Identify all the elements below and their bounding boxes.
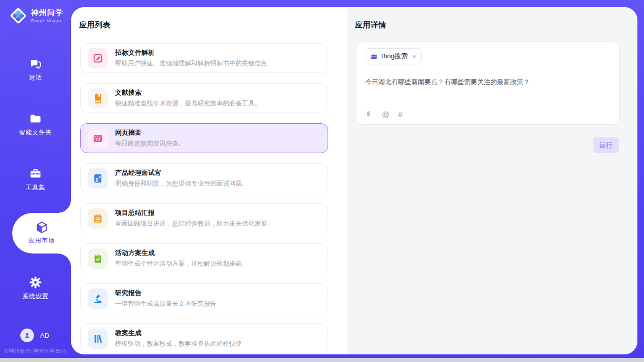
app-list: 招标文件解析 帮助用户快速、准确地理解和解析招标书中的关键信息 文献搜索 快速精…	[80, 43, 328, 353]
bing-search-chip[interactable]: Bing搜索 ×	[365, 48, 422, 64]
query-card: Bing搜索 × 今日湖北有哪些新闻要点？有哪些需要关注的最新政策？ @ #	[356, 41, 620, 125]
sidebar-item-label: 对话	[0, 74, 71, 82]
app-icon-tile	[88, 128, 108, 149]
paperclip-icon[interactable]	[365, 110, 373, 118]
app-icon-tile	[88, 248, 108, 269]
app-icon-tile	[88, 48, 108, 68]
chat-icon	[29, 57, 42, 70]
gear-icon	[29, 276, 42, 289]
app-list-item[interactable]: 文献搜索 快速精准查找学术资源，提高研究效率的必备工具。	[80, 83, 328, 113]
cube-icon	[35, 221, 49, 234]
app-name: 研究报告	[115, 288, 217, 298]
app-name: 活动方案生成	[115, 248, 248, 258]
sidebar-item-label: 应用市场	[12, 236, 71, 245]
document-person-icon	[92, 173, 103, 184]
sidebar: 神州问学 Smart Vision 对话 智能文件夹 工具集	[0, 0, 71, 358]
app-name: 项目总结汇报	[115, 208, 274, 218]
app-detail-panel: 应用详情 Bing搜索 × 今日湖北有哪些新闻要点？有哪些需要关注的最新政策？ …	[347, 7, 637, 354]
app-name: 网页摘要	[115, 128, 185, 137]
app-detail-title: 应用详情	[355, 20, 386, 30]
logo-subtitle: Smart Vision	[31, 18, 63, 23]
app-icon-tile	[88, 168, 108, 189]
app-description: 全面回顾项目进展，总结经验教训，助力未来优化发展。	[115, 220, 274, 228]
app-list-item[interactable]: 教案生成 模板驱动，教案秒成，教学准备从此轻松快捷	[80, 323, 328, 353]
sidebar-item-label: 工具集	[0, 183, 71, 192]
app-list-item-selected[interactable]: 网页摘要 每日政府新闻资讯快查。	[80, 123, 328, 153]
hash-icon[interactable]: #	[398, 111, 402, 118]
toolbox-icon	[29, 167, 42, 180]
logo-gem-icon	[9, 7, 27, 25]
briefcase-icon	[370, 53, 378, 60]
sidebar-item-label: 系统设置	[0, 292, 71, 301]
app-logo: 神州问学 Smart Vision	[9, 7, 63, 25]
run-button[interactable]: 运行	[593, 137, 619, 153]
app-list-item[interactable]: 活动方案生成 智能生成个性化活动方案，轻松解决规划难题。	[80, 243, 328, 273]
input-toolbar: @ #	[365, 110, 403, 118]
app-description: 帮助用户快速、准确地理解和解析招标书中的关键信息	[115, 59, 267, 68]
app-list-item[interactable]: 研究报告 一键智能生成高质量长文本研究报告	[80, 283, 328, 313]
sidebar-item-chat[interactable]: 对话	[0, 57, 71, 82]
app-list-item[interactable]: 招标文件解析 帮助用户快速、准确地理解和解析招标书中的关键信息	[80, 43, 328, 73]
browser-code-icon	[92, 133, 103, 144]
app-name: 教案生成	[115, 329, 242, 338]
edit-square-icon	[92, 53, 103, 64]
books-icon	[92, 333, 103, 344]
sidebar-item-settings[interactable]: 系统设置	[0, 276, 71, 301]
sidebar-item-app-market[interactable]: 应用市场	[12, 213, 71, 254]
mention-icon[interactable]: @	[382, 111, 389, 118]
user-name: AD	[40, 332, 49, 339]
app-list-title: 应用列表	[79, 20, 111, 30]
app-description: 每日政府新闻资讯快查。	[115, 139, 185, 148]
microscope-icon	[92, 293, 103, 304]
app-description: 快速精准查找学术资源，提高研究效率的必备工具。	[115, 99, 261, 108]
app-name: 招标文件解析	[115, 48, 267, 57]
app-description: 明确身份和职责，为您提供专业性的面试问题。	[115, 179, 248, 188]
app-description: 智能生成个性化活动方案，轻松解决规划难题。	[115, 260, 248, 268]
app-name: 产品经理面试官	[115, 168, 248, 177]
app-icon-tile	[88, 208, 108, 229]
app-description: 一键智能生成高质量长文本研究报告	[115, 300, 217, 308]
app-icon-tile	[88, 288, 108, 309]
app-name: 文献搜索	[115, 88, 261, 97]
sidebar-item-smart-folder[interactable]: 智能文件夹	[0, 112, 71, 137]
avatar	[20, 329, 34, 342]
sidebar-item-label: 智能文件夹	[0, 128, 71, 137]
calendar-note-icon	[92, 213, 103, 224]
sidebar-item-toolset[interactable]: 工具集	[0, 167, 71, 192]
clipboard-check-icon	[92, 253, 103, 264]
bottom-edge-strip	[0, 358, 644, 362]
person-icon	[23, 331, 31, 340]
book-icon	[92, 93, 103, 104]
user-account[interactable]: AD	[20, 329, 49, 342]
app-icon-tile	[88, 329, 108, 349]
logo-title: 神州问学	[31, 8, 63, 18]
query-text[interactable]: 今日湖北有哪些新闻要点？有哪些需要关注的最新政策？	[365, 77, 611, 87]
folder-icon	[29, 112, 42, 125]
content-frame: 应用列表 招标文件解析 帮助用户快速、准确地理解和解析招标书中的关键信息	[71, 7, 637, 354]
app-icon-tile	[88, 88, 108, 108]
chip-label: Bing搜索	[381, 52, 408, 61]
app-list-item[interactable]: 产品经理面试官 明确身份和职责，为您提供专业性的面试问题。	[80, 163, 328, 193]
chip-close-icon[interactable]: ×	[412, 53, 416, 60]
copyright-text: ©神州数码·神州问学出品	[5, 348, 71, 355]
app-description: 模板驱动，教案秒成，教学准备从此轻松快捷	[115, 340, 242, 348]
app-list-item[interactable]: 项目总结汇报 全面回顾项目进展，总结经验教训，助力未来优化发展。	[80, 203, 328, 233]
